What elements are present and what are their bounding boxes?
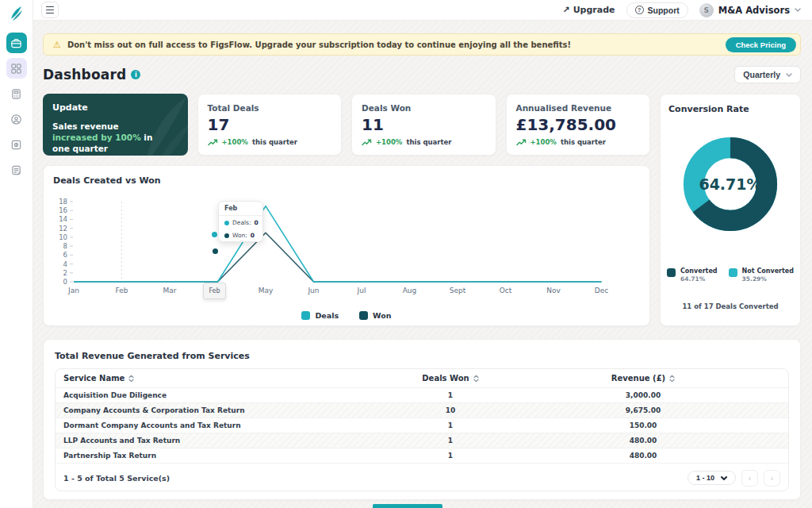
kpi-delta-period: this quarter [561,138,606,146]
account-menu[interactable]: S M&A Advisors [699,3,801,17]
kpi-value: 11 [362,115,486,134]
upgrade-arrow-icon: ↗ [562,5,569,15]
converted-swatch [667,268,676,277]
legend-label: Not Converted [742,267,794,275]
kpi-label: Deals Won [362,103,486,113]
tooltip-series-value: 0 [255,219,259,226]
safe-icon [10,139,22,151]
service-name-cell: LLP Accounts and Tax Return [56,437,403,444]
legend-label: Deals [315,311,339,320]
axis-hover-tag: Feb [203,283,226,299]
update-card: Update Sales revenue increased by 100% i… [43,94,188,156]
chevron-down-icon [786,73,792,77]
column-header-service-name[interactable]: Service Name [56,374,403,383]
deals-won-cell: 1 [403,437,498,444]
next-page-button[interactable]: › [764,470,780,487]
deals-won-cell: 1 [403,391,498,399]
donut-chart: 64.71% [671,125,790,244]
warning-icon: ⚠ [53,40,61,50]
support-button[interactable]: ? Support [626,2,688,18]
deals-won-cell: 1 [403,421,498,429]
kpi-value: £13,785.00 [516,115,641,134]
page-title: Dashboard [43,67,126,83]
check-pricing-button[interactable]: Check Pricing [726,37,796,52]
kpi-total-deals: Total Deals 17 +100% this quarter [197,94,343,156]
app-window: ↗ Upgrade ? Support S M&A Advisors ⚠ Don… [0,0,812,508]
donut-title: Conversion Rate [668,104,792,114]
top-header: ↗ Upgrade ? Support S M&A Advisors [33,0,812,21]
tooltip-series-name: Won: [232,232,247,239]
conversion-rate-card: Conversion Rate 64.71% Converted64.71% [660,94,801,326]
figsflow-feather-logo[interactable] [7,4,26,23]
kpi-annualised-revenue: Annualised Revenue £13,785.00 +100% this… [506,94,651,156]
chevron-down-icon [721,476,727,480]
kpi-label: Total Deals [208,103,332,113]
service-name-cell: Dormant Company Accounts and Tax Return [56,421,403,429]
sidebar [0,0,33,508]
page-size-select[interactable]: 1 - 10 [688,471,736,485]
tooltip-series-value: 0 [251,232,255,239]
document-icon [10,164,22,176]
kpi-delta: +100% [530,138,557,146]
revenue-cell: 3,000.00 [498,391,788,399]
kpi-label: Annualised Revenue [516,103,641,113]
kpi-value: 17 [208,115,332,134]
donut-center-label: 64.71% [671,125,790,244]
revenue-cell: 9,675.00 [498,406,788,414]
revenue-cell: 150.00 [498,421,788,429]
trend-up-icon [208,139,218,146]
sidebar-item-deals[interactable] [6,33,27,53]
service-name-cell: Acquisition Due Diligence [56,391,403,399]
deals-won-cell: 10 [403,406,498,414]
won-dot-icon [224,233,229,238]
sort-icon[interactable] [669,375,675,383]
services-revenue-card: Total Revenue Generated from Services Se… [43,339,801,500]
hamburger-menu-button[interactable] [41,2,59,18]
table-row: Dormant Company Accounts and Tax Return … [56,418,788,433]
account-name: M&A Advisors [718,5,790,16]
line-chart-plot: JanFebMarAprMayJunJulAugSeptOctNovDec 02… [44,166,649,325]
deals-dot-icon [224,221,229,225]
line-chart-svg [44,166,634,327]
column-header-deals-won[interactable]: Deals Won [403,374,498,383]
table-row: LLP Accounts and Tax Return 1 480.00 [56,433,788,448]
service-name-cell: Company Accounts & Corporation Tax Retur… [56,406,403,414]
table-summary: 1 - 5 of Total 5 Service(s) [63,474,170,483]
table-footer: 1 - 5 of Total 5 Service(s) 1 - 10 ‹ › [56,465,788,491]
avatar: S [699,3,714,17]
chart-tooltip: Feb Deals:0 Won:0 [218,201,263,242]
hover-dot-deals [212,232,217,237]
sidebar-item-documents[interactable] [6,160,27,180]
deals-won-cell: 1 [403,452,498,460]
deals-legend-swatch [301,311,310,320]
table-header-row: Service Name Deals Won Revenue (£) [56,369,788,388]
feather-watermark-icon [129,94,188,156]
not-converted-swatch [729,268,737,277]
legend-label: Won [373,311,391,320]
sidebar-item-calculator[interactable] [6,83,27,104]
kpi-delta-period: this quarter [252,138,297,146]
sidebar-item-vault[interactable] [6,134,27,155]
legend-label: Converted [680,267,718,275]
sidebar-item-dashboard[interactable] [6,58,27,79]
trend-up-icon [516,139,527,146]
trend-up-icon [362,139,372,146]
sidebar-item-clients[interactable] [6,109,27,129]
tooltip-series-name: Deals: [232,219,251,226]
prev-page-button[interactable]: ‹ [741,470,758,487]
kpi-deals-won: Deals Won 11 +100% this quarter [351,94,496,156]
chevron-down-icon [795,8,801,12]
sort-icon[interactable] [473,375,479,383]
tooltip-title: Feb [219,202,262,216]
table-row: Acquisition Due Diligence 1 3,000.00 [56,388,788,403]
column-header-revenue[interactable]: Revenue (£) [498,374,788,383]
table-row: Partnership Tax Return 1 480.00 [56,448,788,464]
donut-legend: Converted64.71% Not Converted35.29% [661,267,800,283]
sort-icon[interactable] [128,375,134,383]
period-dropdown[interactable]: Quarterly [734,66,801,83]
upgrade-link[interactable]: ↗ Upgrade [562,5,615,15]
user-circle-icon [10,114,22,125]
upgrade-label: Upgrade [573,5,615,15]
line-chart-legend: Deals Won [44,311,649,320]
info-icon[interactable]: i [131,70,140,79]
